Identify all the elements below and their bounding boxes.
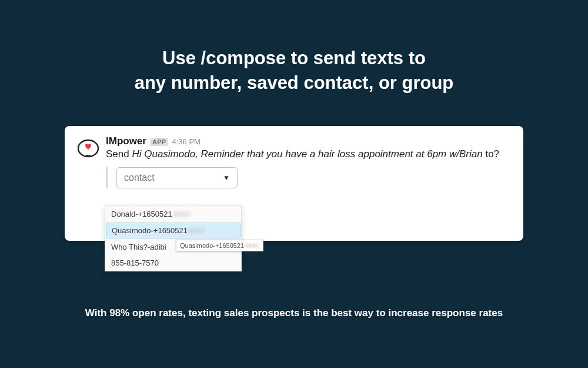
dropdown-item-label: Quasimodo-+1650521 (112, 226, 188, 235)
to-suffix: to? (485, 148, 499, 160)
promo-heading: Use /compose to send texts to any number… (0, 0, 588, 95)
dropdown-item[interactable]: 855-815-7570 (105, 255, 241, 271)
message-timestamp: 4:36 PM (172, 137, 200, 146)
select-label: contact (124, 173, 155, 183)
app-badge: APP (150, 138, 169, 146)
redacted-digits: 4842 (188, 226, 205, 235)
message-header: IMpower APP 4:36 PM (106, 135, 512, 147)
redacted-digits: 4842 (245, 242, 259, 249)
redacted-digits: 4843 (173, 210, 190, 218)
message-text: Send Hi Quasimodo, Reminder that you hav… (106, 148, 512, 160)
chevron-down-icon: ▼ (223, 174, 230, 182)
dropdown-item[interactable]: Who This?-adibi Quasimodo-+16505214842 (105, 239, 241, 255)
contact-select[interactable]: contact ▼ (116, 167, 238, 188)
tooltip-prefix: Quasimodo-+1650521 (180, 242, 244, 249)
dropdown-item-label: Donald-+1650521 (111, 210, 172, 218)
send-prefix: Send (106, 148, 129, 160)
message-attachment: contact ▼ (106, 167, 512, 188)
dropdown-item-label: Who This?-adibi (111, 243, 166, 251)
app-avatar (76, 137, 100, 160)
svg-rect-1 (84, 151, 92, 155)
dropdown-item[interactable]: Quasimodo-+16505214842 (106, 223, 240, 238)
dropdown-item-label: 855-815-7570 (111, 258, 159, 267)
heading-line-1: Use /compose to send texts to (0, 46, 588, 71)
promo-footer: With 98% open rates, texting sales prosp… (0, 307, 588, 319)
dropdown-tooltip: Quasimodo-+16505214842 (176, 240, 263, 251)
heading-line-2: any number, saved contact, or group (0, 71, 588, 95)
contact-dropdown: Donald-+16505214843 Quasimodo-+165052148… (105, 205, 242, 271)
dropdown-item[interactable]: Donald-+16505214843 (105, 206, 241, 222)
message-body: Hi Quasimodo, Reminder that you have a h… (132, 148, 482, 160)
app-name: IMpower (106, 135, 146, 147)
